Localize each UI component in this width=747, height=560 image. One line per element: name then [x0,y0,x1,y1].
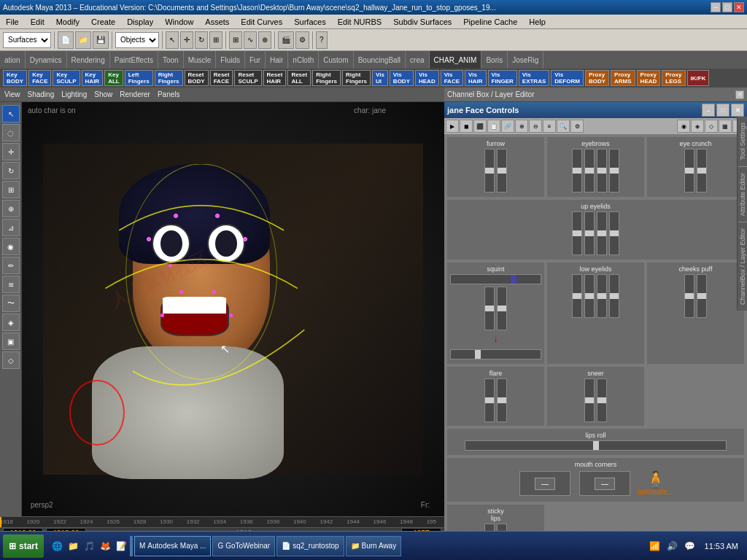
lighting-menu[interactable]: Lighting [60,90,88,98]
up-eyelid-slider1[interactable] [572,211,582,255]
quicklaunch-media[interactable]: 🎵 [82,539,96,553]
cloth-tool[interactable]: ≋ [2,276,20,293]
tray-balloon[interactable]: 💬 [683,539,697,553]
maximize-button[interactable]: □ [722,2,732,12]
tray-network[interactable]: 📶 [648,539,662,553]
fc-tb-mini3[interactable]: ◇ [705,120,718,133]
vis-face-btn[interactable]: VisFACE [441,70,463,86]
open-btn[interactable]: 📁 [75,31,91,49]
minimize-button[interactable]: – [711,2,721,12]
view-menu[interactable]: View [3,90,22,98]
eye-crunch-slider1[interactable] [684,149,694,192]
proxy-head-btn[interactable]: ProxyHEAD [637,70,661,86]
reset-all-btn[interactable]: ResetALL [287,70,311,86]
fc-tb-btn6[interactable]: ⊕ [515,120,528,133]
taskbar-sq2[interactable]: 📄 sq2_runtostop [276,536,344,556]
quicklaunch-ie[interactable]: 🌐 [50,539,64,553]
squint-vslider1[interactable] [484,287,495,330]
squint-vslider2[interactable] [497,287,507,330]
menu-window[interactable]: Window [162,18,196,26]
furrow-slider1[interactable] [484,149,495,192]
viewport-3d[interactable]: ↖ auto char is on char: jane persp2 Fr: … [22,102,444,516]
paint-tool[interactable]: ✏ [2,257,20,274]
cheeks-slider1[interactable] [684,274,694,318]
low-eyelid-slider2[interactable] [584,274,595,318]
new-scene-btn[interactable]: 📄 [58,31,74,49]
universal-tool[interactable]: ⊕ [2,200,20,217]
menu-edit[interactable]: Edit [28,18,47,26]
tab-bouncingball[interactable]: BouncingBall [354,51,406,69]
tab-custom[interactable]: Custom [319,51,353,69]
corner-right-minus[interactable]: — [595,478,615,490]
tab-animation[interactable]: ation [0,51,26,69]
reset-body-btn[interactable]: ResetBODY [185,70,209,86]
reset-face-btn[interactable]: ResetFACE [210,70,233,86]
fc-tb-btn1[interactable]: ▶ [446,120,459,133]
left-fingers-btn[interactable]: LeftFingers [125,70,153,86]
tab-rendering[interactable]: Rendering [67,51,110,69]
fc-tb-btn8[interactable]: ≡ [543,120,556,133]
snap-grid-btn[interactable]: ⊞ [229,31,242,49]
tab-boris[interactable]: Boris [481,51,508,69]
taskbar-maya[interactable]: M Autodesk Maya ... [134,536,211,556]
right-fingers-btn[interactable]: RightFingers [155,70,183,86]
hair-tool[interactable]: 〜 [2,295,20,312]
fc-tb-btn2[interactable]: ◼ [460,120,473,133]
vis-hair-btn[interactable]: VisHAIR [465,70,487,86]
tab-muscle[interactable]: Muscle [184,51,217,69]
fc-tb-btn5[interactable]: 🔗 [501,120,514,133]
help-btn[interactable]: ? [316,31,328,49]
proxy-legs-btn[interactable]: ProxyLEGS [662,70,685,86]
rotate-tool[interactable]: ↻ [2,162,20,179]
menu-edit-curves[interactable]: Edit Curves [238,18,285,26]
lasso-tool[interactable]: ◌ [2,124,20,141]
tab-fur[interactable]: Fur [245,51,266,69]
fc-maximize-btn[interactable]: □ [716,104,729,117]
snap-point-btn[interactable]: ⊕ [258,31,271,49]
menu-create[interactable]: Create [88,18,118,26]
renderer-menu[interactable]: Renderer [118,90,152,98]
fc-tb-btn10[interactable]: ⚙ [570,120,584,133]
render-btn[interactable]: 🎬 [278,31,294,49]
reset-right-fingers2-btn[interactable]: RightFingers [342,70,371,86]
corner-left-minus[interactable]: — [535,478,555,490]
squint-h-slider2[interactable] [450,349,541,359]
squint-slider-h[interactable] [450,274,541,284]
reset-sculp-btn[interactable]: ResetSCULP [234,70,261,86]
hypershade-tool[interactable]: ◇ [2,351,20,369]
tab-joserig[interactable]: JoseRig [508,51,543,69]
vis-body-btn[interactable]: VisBODY [390,70,414,86]
quicklaunch-explorer[interactable]: 📁 [66,539,80,553]
eyebrow-slider3[interactable] [597,149,607,192]
key-body-btn[interactable]: KeyBODY [3,70,27,86]
flare-slider2[interactable] [497,378,507,422]
menu-assets[interactable]: Assets [202,18,232,26]
flare-slider1[interactable] [484,378,495,422]
menu-display[interactable]: Display [124,18,156,26]
panels-menu[interactable]: Panels [156,90,182,98]
proxy-arms-btn[interactable]: ProxyARMS [611,70,635,86]
fc-close-btn[interactable]: ✕ [731,104,744,117]
shading-menu[interactable]: Shading [26,90,56,98]
proxy-body-btn[interactable]: ProxyBODY [585,70,609,86]
up-eyelid-slider4[interactable] [609,211,619,255]
move-btn[interactable]: ✛ [180,31,193,49]
fc-tb-mini4[interactable]: ▦ [719,120,732,133]
key-all-btn[interactable]: KeyALL [104,70,123,86]
fc-tb-btn9[interactable]: 🔍 [557,120,570,133]
fc-tb-mini2[interactable]: ◈ [691,120,704,133]
vis-extras-btn[interactable]: VisEXTRAS [519,70,549,86]
quicklaunch-note[interactable]: 📝 [114,539,128,553]
tab-dynamics[interactable]: Dynamics [26,51,67,69]
furrow-slider2[interactable] [497,149,507,192]
unknown-tool[interactable]: ◈ [2,314,20,331]
up-eyelid-slider3[interactable] [597,211,607,255]
rotate-btn[interactable]: ↻ [195,31,208,49]
tab-painteffects[interactable]: PaintEffects [110,51,158,69]
eye-crunch-slider2[interactable] [697,149,707,192]
fc-tb-btn4[interactable]: 📋 [487,120,500,133]
soft-mod-tool[interactable]: ⊿ [2,219,20,236]
menu-edit-nurbs[interactable]: Edit NURBS [335,18,385,26]
fc-minimize-btn[interactable]: – [702,104,715,117]
key-sculp-btn[interactable]: KeySCULP [53,70,80,86]
